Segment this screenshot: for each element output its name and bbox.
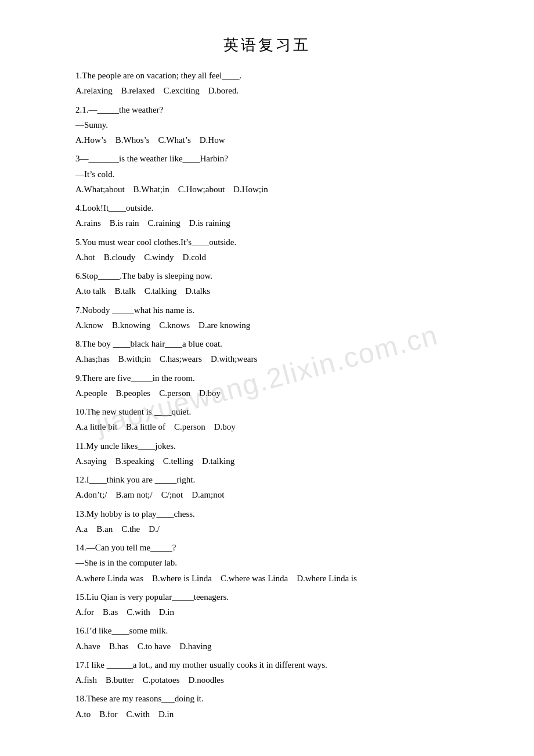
question-sub-q2: —Sunny. [75,117,459,132]
question-options-q3: A.What;about B.What;in C.How;about D.How… [75,182,459,197]
question-options-q9: A.people B.peoples C.person D.boy [75,386,459,401]
question-q12: 12.I____think you are _____right.A.don’t… [75,472,459,503]
question-q3: 3—_______is the weather like____Harbin?—… [75,151,459,197]
question-text-q7: 7.Nobody _____what his name is. [75,303,459,318]
question-text-q10: 10.The new student is ____quiet. [75,404,459,419]
question-text-q14: 14.—Can you tell me_____? [75,540,459,555]
question-options-q17: A.fish B.butter C.potatoes D.noodles [75,672,459,687]
question-text-q6: 6.Stop_____.The baby is sleeping now. [75,268,459,283]
question-text-q1: 1.The people are on vacation; they all f… [75,68,459,83]
question-text-q3: 3—_______is the weather like____Harbin? [75,151,459,166]
questions-container: 1.The people are on vacation; they all f… [75,68,459,722]
question-q17: 17.I like ______a lot., and my mother us… [75,657,459,688]
question-options-q6: A.to talk B.talk C.talking D.talks [75,283,459,298]
question-q5: 5.You must wear cool clothes.It’s____out… [75,235,459,265]
question-text-q17: 17.I like ______a lot., and my mother us… [75,657,459,672]
question-sub-q3: —It’s cold. [75,167,459,182]
question-options-q16: A.have B.has C.to have D.having [75,639,459,654]
question-text-q18: 18.These are my reasons___doing it. [75,691,459,706]
question-q9: 9.There are five_____in the room.A.peopl… [75,370,459,401]
page-title: 英语复习五 [75,35,459,55]
question-q6: 6.Stop_____.The baby is sleeping now.A.t… [75,268,459,299]
question-q7: 7.Nobody _____what his name is.A.know B.… [75,303,459,333]
question-q15: 15.Liu Qian is very popular_____teenager… [75,589,459,620]
question-q11: 11.My uncle likes____jokes.A.saying B.sp… [75,438,459,469]
question-q4: 4.Look!It____outside.A.rains B.is rain C… [75,200,459,231]
question-options-q2: A.How’s B.Whos’s C.What’s D.How [75,132,459,147]
question-options-q4: A.rains B.is rain C.raining D.is raining [75,215,459,231]
question-q8: 8.The boy ____black hair____a blue coat.… [75,336,459,367]
question-options-q14: A.where Linda was B.where is Linda C.whe… [75,571,459,586]
question-options-q10: A.a little bit B.a little of C.person D.… [75,419,459,434]
question-text-q5: 5.You must wear cool clothes.It’s____out… [75,235,459,250]
question-text-q11: 11.My uncle likes____jokes. [75,438,459,453]
question-text-q16: 16.I’d like____some milk. [75,623,459,638]
question-options-q8: A.has;has B.with;in C.has;wears D.with;w… [75,351,459,366]
question-text-q12: 12.I____think you are _____right. [75,472,459,487]
question-q13: 13.My hobby is to play____chess.A.a B.an… [75,506,459,537]
question-q2: 2.1.—_____the weather?—Sunny.A.How’s B.W… [75,102,459,148]
question-options-q5: A.hot B.cloudy C.windy D.cold [75,250,459,265]
question-options-q7: A.know B.knowing C.knows D.are knowing [75,318,459,333]
question-text-q2: 2.1.—_____the weather? [75,102,459,117]
question-options-q18: A.to B.for C.with D.in [75,707,459,722]
question-options-q1: A.relaxing B.relaxed C.exciting D.bored. [75,83,459,98]
question-q10: 10.The new student is ____quiet.A.a litt… [75,404,459,435]
question-text-q9: 9.There are five_____in the room. [75,370,459,386]
question-text-q8: 8.The boy ____black hair____a blue coat. [75,336,459,351]
question-options-q11: A.saying B.speaking C.telling D.talking [75,453,459,469]
question-sub-q14: —She is in the computer lab. [75,555,459,570]
question-options-q13: A.a B.an C.the D./ [75,521,459,537]
question-text-q4: 4.Look!It____outside. [75,200,459,215]
question-q1: 1.The people are on vacation; they all f… [75,68,459,99]
question-q14: 14.—Can you tell me_____?—She is in the … [75,540,459,586]
question-q18: 18.These are my reasons___doing it.A.to … [75,691,459,722]
question-options-q15: A.for B.as C.with D.in [75,604,459,620]
question-q16: 16.I’d like____some milk.A.have B.has C.… [75,623,459,654]
question-options-q12: A.don’t;/ B.am not;/ C/;not D.am;not [75,487,459,502]
question-text-q13: 13.My hobby is to play____chess. [75,506,459,521]
question-text-q15: 15.Liu Qian is very popular_____teenager… [75,589,459,604]
